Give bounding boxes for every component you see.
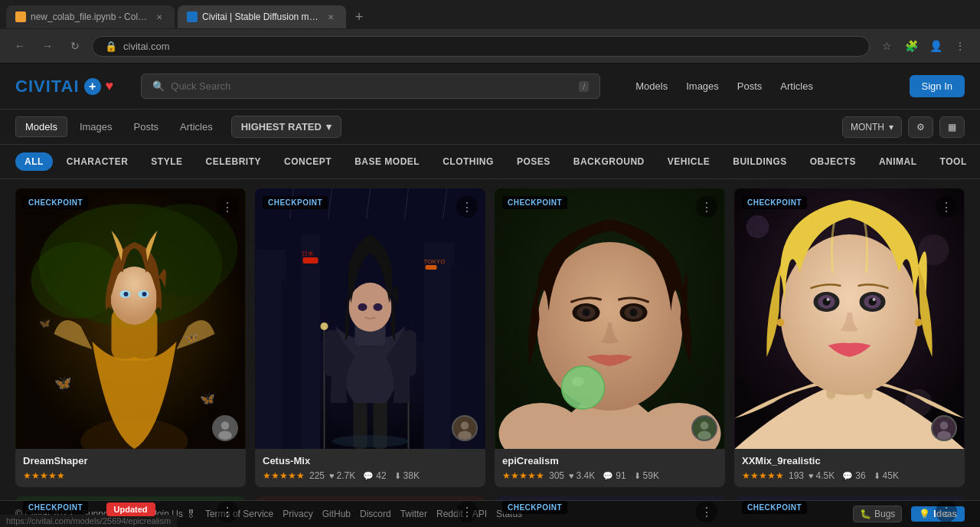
sort-label: HIGHEST RATED (241, 121, 322, 133)
model-card-xxmix[interactable]: CHECKPOINT ⋮ XXMix_9realistic ★★★★★ 193 … (734, 188, 965, 487)
period-button[interactable]: MONTH ▾ (842, 116, 902, 138)
nav-images[interactable]: Images (678, 76, 727, 97)
back-button[interactable]: ← (9, 35, 31, 57)
category-all[interactable]: ALL (15, 152, 53, 171)
card-title-epicrealism: epiCrealism (502, 455, 717, 466)
category-vehicle[interactable]: VEHICLE (658, 152, 720, 171)
nav-posts[interactable]: Posts (730, 76, 770, 97)
address-lock-icon: 🔒 (105, 41, 117, 52)
svg-rect-20 (256, 250, 286, 449)
download-icon: ⬇ (874, 471, 880, 481)
card-title-cetus: Cetus-Mix (263, 455, 478, 466)
svg-point-88 (940, 421, 949, 430)
menu-button[interactable]: ⋮ (949, 35, 971, 57)
comments-count-epicrealism: 91 (616, 470, 626, 481)
card-menu-bottom1[interactable]: ⋮ (217, 501, 238, 522)
rating-count-xxmix: 193 (789, 470, 804, 481)
category-animal[interactable]: ANIMAL (870, 152, 926, 171)
address-bar[interactable]: 🔒 civitai.com (92, 36, 870, 57)
card-menu-cetus[interactable]: ⋮ (456, 196, 478, 218)
category-concept[interactable]: CONCEPT (275, 152, 341, 171)
tab-close-colab[interactable]: ✕ (153, 11, 165, 23)
reload-button[interactable]: ↻ (64, 35, 86, 57)
layout-button[interactable]: ▦ (939, 116, 965, 138)
category-buildings[interactable]: BUILDINGS (724, 152, 796, 171)
card-image-xxmix: CHECKPOINT ⋮ (734, 188, 965, 449)
card-menu-bottom3[interactable]: ⋮ (696, 501, 717, 522)
card-menu-xxmix[interactable]: ⋮ (936, 196, 957, 218)
tab-close-civitai[interactable]: ✕ (325, 11, 337, 23)
card-menu-bottom4[interactable]: ⋮ (936, 501, 957, 522)
category-objects[interactable]: OBJECTS (801, 152, 865, 171)
bug-icon: 🐛 (860, 509, 871, 519)
tab-civitai[interactable]: Civitai | Stable Diffusion models... ✕ (178, 5, 346, 28)
sort-button[interactable]: HIGHEST RATED ▾ (231, 116, 341, 138)
category-poses[interactable]: POSES (508, 152, 560, 171)
card-title-dreamshaper: DreamShaper (23, 455, 238, 466)
category-celebrity[interactable]: CELEBRITY (197, 152, 271, 171)
svg-text:🦋: 🦋 (185, 332, 198, 345)
svg-rect-23 (424, 242, 455, 449)
card-avatar-xxmix (931, 415, 957, 441)
filter-icon: ⚙ (916, 122, 925, 133)
logo[interactable]: CIVITAI + ♥ (15, 77, 113, 97)
stat-downloads-epicrealism: ⬇ 59K (634, 470, 659, 481)
nav-links: Models Images Posts Articles (628, 76, 821, 97)
search-bar[interactable]: 🔍 Quick Search / (141, 74, 600, 99)
twitter-link[interactable]: Twitter (400, 509, 427, 519)
discord-link[interactable]: Discord (360, 509, 391, 519)
new-tab-button[interactable]: + (349, 7, 369, 27)
svg-point-16 (221, 421, 230, 430)
model-card-cetus[interactable]: 日本 TOKYO (255, 188, 485, 487)
svg-text:🦋: 🦋 (39, 317, 51, 329)
model-card-epicrealism[interactable]: CHECKPOINT ⋮ epiCrealism ★★★★★ 305 ♥ 3.4… (495, 188, 725, 487)
nav-articles[interactable]: Articles (773, 76, 821, 97)
tab-colab[interactable]: new_colab_file.ipynb - Collabora... ✕ (6, 5, 175, 28)
privacy-link[interactable]: Privacy (283, 509, 312, 519)
category-character[interactable]: CHARACTER (57, 152, 138, 171)
bugs-button[interactable]: 🐛 Bugs (853, 506, 902, 522)
card-badge-cetus: CHECKPOINT (263, 196, 328, 209)
filter-tab-images[interactable]: Images (70, 117, 122, 136)
logo-plus-button[interactable]: + (84, 78, 101, 95)
github-link[interactable]: GitHub (322, 509, 351, 519)
filter-actions: MONTH ▾ ⚙ ▦ (842, 116, 965, 138)
category-background[interactable]: BACKGROUND (564, 152, 654, 171)
forward-button[interactable]: → (37, 35, 58, 57)
category-style[interactable]: STYLE (142, 152, 191, 171)
comment-icon: 💬 (842, 471, 853, 481)
heart-icon: ♥ (808, 471, 814, 480)
filter-tab-models[interactable]: Models (15, 116, 67, 137)
model-card-dreamshaper[interactable]: 🦋 🦋 🦋 🦋 CHECKPOINT ⋮ DreamShaper ★★★★★ (15, 188, 246, 487)
filter-tab-articles[interactable]: Articles (171, 117, 222, 136)
heart-icon: ♥ (329, 471, 335, 480)
card-info-dreamshaper: DreamShaper ★★★★★ (15, 449, 246, 487)
download-icon: ⬇ (394, 471, 401, 481)
filter-tab-posts[interactable]: Posts (125, 117, 168, 136)
card-badge-xxmix: CHECKPOINT (742, 196, 807, 209)
sign-in-button[interactable]: Sign In (910, 75, 965, 97)
comments-count-cetus: 42 (376, 470, 386, 481)
layout-icon: ▦ (948, 122, 956, 133)
svg-text:🦋: 🦋 (200, 391, 215, 406)
stats-cetus: ♥ 2.7K 💬 42 ⬇ 38K (329, 470, 420, 481)
top-nav: CIVITAI + ♥ 🔍 Quick Search / Models Imag… (0, 64, 980, 110)
svg-text:TOKYO: TOKYO (424, 258, 446, 265)
filter-button[interactable]: ⚙ (908, 116, 933, 138)
category-clothing[interactable]: CLOTHING (433, 152, 503, 171)
card-menu-epicrealism[interactable]: ⋮ (696, 196, 717, 218)
card-menu-bottom2[interactable]: ⋮ (456, 501, 478, 522)
terms-link[interactable]: Terms of Service (205, 509, 273, 519)
card-avatar-dreamshaper (212, 415, 238, 441)
card-menu-dreamshaper[interactable]: ⋮ (217, 196, 238, 218)
category-base-model[interactable]: BASE MODEL (345, 152, 429, 171)
search-icon: 🔍 (152, 80, 165, 92)
card-title-xxmix: XXMix_9realistic (742, 455, 957, 466)
category-tool[interactable]: TOOL (931, 152, 976, 171)
nav-models[interactable]: Models (628, 76, 675, 97)
bookmark-button[interactable]: ☆ (876, 35, 897, 57)
extensions-button[interactable]: 🧩 (900, 35, 922, 57)
profile-button[interactable]: 👤 (925, 35, 946, 57)
card-stats-epicrealism: ★★★★★ 305 ♥ 3.4K 💬 91 ⬇ 59K (502, 470, 717, 481)
svg-point-30 (321, 322, 328, 330)
